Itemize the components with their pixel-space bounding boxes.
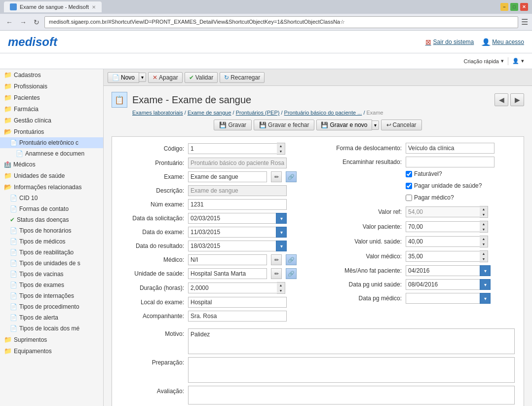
- valor-ref-input[interactable]: [406, 206, 480, 217]
- data-pg-medico-arrow-btn[interactable]: ▾: [480, 293, 491, 304]
- spin-down-btn[interactable]: ▼: [277, 149, 285, 154]
- data-pg-unid-input[interactable]: [406, 279, 480, 290]
- sidebar-item-suprimentos[interactable]: 📁 Suprimentos: [0, 334, 103, 345]
- sidebar-item-tipos-procedimentos[interactable]: 📄 Tipos de procedimento: [0, 301, 103, 312]
- sidebar-item-tipos-medicos[interactable]: 📄 Tipos de médicos: [0, 236, 103, 247]
- pagar-unidade-checkbox[interactable]: [406, 183, 412, 189]
- sidebar-item-tipos-unidades[interactable]: 📄 Tipos de unidades de s: [0, 258, 103, 269]
- unidade-saude-edit-btn[interactable]: ✏: [271, 268, 282, 279]
- sidebar-item-tipos-locais[interactable]: 📄 Tipos de locais dos mé: [0, 323, 103, 334]
- duracao-spin-down[interactable]: ▼: [277, 288, 285, 293]
- tab-close-btn[interactable]: ✕: [92, 4, 96, 10]
- profile-btn[interactable]: 👤 ▾: [512, 58, 524, 64]
- valor-unid-saude-spin-up[interactable]: ▲: [480, 236, 488, 242]
- data-solicitacao-cal-btn[interactable]: ▾: [276, 213, 287, 224]
- sidebar-item-informacoes[interactable]: 📂 Informações relacionadas: [0, 181, 103, 193]
- breadcrumb-exames[interactable]: Exames laboratoriais: [132, 110, 183, 116]
- sidebar-item-cadastros[interactable]: 📁 Cadastros: [0, 69, 103, 81]
- new-btn-arrow[interactable]: ▾: [139, 73, 146, 82]
- forward-btn[interactable]: →: [18, 17, 29, 27]
- prev-record-btn[interactable]: ◀: [494, 93, 508, 106]
- data-resultado-input[interactable]: [188, 241, 276, 251]
- data-resultado-cal-btn[interactable]: ▾: [276, 241, 287, 251]
- sidebar-item-tipos-exames[interactable]: 📄 Tipos de exames: [0, 280, 103, 290]
- new-btn[interactable]: 📄 Novo: [108, 72, 139, 83]
- valor-unid-saude-input[interactable]: [406, 236, 480, 247]
- unidade-saude-link-btn[interactable]: 🔗: [286, 268, 297, 279]
- medico-input[interactable]: [188, 254, 267, 265]
- sidebar-item-pacientes[interactable]: 📁 Pacientes: [0, 92, 103, 103]
- my-access-btn[interactable]: 👤 Meu acesso: [482, 38, 524, 46]
- sidebar-item-tipos-vacinas[interactable]: 📄 Tipos de vacinas: [0, 269, 103, 280]
- valor-medico-input[interactable]: [406, 251, 480, 262]
- duracao-spin-up[interactable]: ▲: [277, 283, 285, 288]
- next-record-btn[interactable]: ▶: [510, 93, 524, 106]
- sidebar-item-unidades[interactable]: 📁 Unidades de saúde: [0, 170, 103, 181]
- browser-tab[interactable]: Exame de sangue - Medisoft ✕: [4, 1, 102, 12]
- close-btn[interactable]: ✕: [520, 3, 528, 11]
- reload-btn[interactable]: ↻ Recarregar: [220, 72, 265, 83]
- reload-btn[interactable]: ↻: [32, 17, 41, 27]
- minimize-btn[interactable]: −: [500, 3, 508, 11]
- sidebar-item-tipos-alerta[interactable]: 📄 Tipos de alerta: [0, 312, 103, 323]
- sidebar-item-prontuarios[interactable]: 📂 Prontuários: [0, 126, 103, 137]
- mes-ano-fat-input[interactable]: [406, 265, 480, 276]
- data-exame-input[interactable]: [188, 227, 276, 238]
- unidade-saude-input[interactable]: [188, 268, 267, 279]
- avaliacao-textarea[interactable]: [188, 386, 515, 405]
- sidebar-item-tipos-reabilitacao[interactable]: 📄 Tipos de reabilitação: [0, 247, 103, 258]
- valor-paciente-spin-up[interactable]: ▲: [480, 221, 488, 227]
- valor-paciente-spin-down[interactable]: ▼: [480, 227, 488, 232]
- back-btn[interactable]: ←: [4, 17, 15, 27]
- pagar-medico-checkbox[interactable]: [406, 195, 412, 201]
- exame-link-btn[interactable]: 🔗: [286, 171, 297, 182]
- duracao-input[interactable]: [188, 283, 277, 293]
- sidebar-item-farmacia[interactable]: 📁 Farmácia: [0, 103, 103, 115]
- validate-btn[interactable]: ✔ Validar: [185, 72, 218, 83]
- valor-medico-spin-down[interactable]: ▼: [480, 256, 488, 262]
- faturavel-checkbox[interactable]: [406, 171, 412, 177]
- codigo-input[interactable]: [188, 143, 277, 154]
- local-exame-input[interactable]: [188, 297, 287, 308]
- exame-edit-btn[interactable]: ✏: [271, 171, 282, 182]
- gravar-novo-arrow[interactable]: ▾: [372, 121, 379, 130]
- cancelar-btn[interactable]: ↩ Cancelar: [381, 120, 422, 130]
- medico-link-btn[interactable]: 🔗: [286, 254, 297, 265]
- maximize-btn[interactable]: □: [510, 3, 518, 11]
- medico-edit-btn[interactable]: ✏: [271, 254, 282, 265]
- valor-ref-spin-down[interactable]: ▼: [480, 212, 488, 217]
- exame-input[interactable]: [188, 171, 267, 182]
- breadcrumb-pep[interactable]: Prontuários (PEP): [236, 110, 280, 116]
- sidebar-item-tipos-honorarios[interactable]: 📄 Tipos de honorários: [0, 225, 103, 236]
- spin-up-btn[interactable]: ▲: [277, 143, 285, 149]
- encaminhar-input[interactable]: [406, 157, 494, 167]
- num-exame-input[interactable]: [188, 199, 287, 210]
- motivo-textarea[interactable]: [188, 328, 515, 354]
- browser-menu-btn[interactable]: ☰: [521, 17, 528, 27]
- sidebar-item-status-doencas[interactable]: ✔ Status das doenças: [0, 214, 103, 225]
- sidebar-item-profissionais[interactable]: 📁 Profissionais: [0, 81, 103, 92]
- address-bar[interactable]: [44, 16, 518, 28]
- sidebar-item-equipamentos[interactable]: 📁 Equipamentos: [0, 345, 103, 357]
- quick-create-btn[interactable]: Criação rápida ▾: [463, 58, 504, 64]
- sidebar-item-tipos-internacoes[interactable]: 📄 Tipos de internações: [0, 290, 103, 301]
- data-exame-cal-btn[interactable]: ▾: [276, 227, 287, 238]
- breadcrumb-prontuario[interactable]: Prontuário básico do paciente ...: [284, 110, 362, 116]
- delete-btn[interactable]: ✕ Apagar: [148, 72, 183, 83]
- valor-medico-spin-up[interactable]: ▲: [480, 251, 488, 256]
- forma-deslocamento-input[interactable]: [406, 143, 494, 154]
- sidebar-item-gestao[interactable]: 📁 Gestão clínica: [0, 115, 103, 126]
- acompanhante-input[interactable]: [188, 311, 287, 322]
- gravar-fechar-btn[interactable]: 💾 Gravar e fechar: [254, 120, 314, 130]
- valor-ref-spin-up[interactable]: ▲: [480, 206, 488, 212]
- breadcrumb-exame-sangue[interactable]: Exame de sangue: [188, 110, 231, 116]
- mes-ano-fat-arrow-btn[interactable]: ▾: [480, 265, 491, 276]
- data-solicitacao-input[interactable]: [188, 213, 276, 224]
- data-pg-unid-arrow-btn[interactable]: ▾: [480, 279, 491, 290]
- preparacao-textarea[interactable]: [188, 357, 515, 383]
- valor-unid-saude-spin-down[interactable]: ▼: [480, 242, 488, 247]
- valor-paciente-input[interactable]: [406, 221, 480, 232]
- sidebar-item-formas-contato[interactable]: 📄 Formas de contato: [0, 203, 103, 214]
- sidebar-item-medicos[interactable]: 🏥 Médicos: [0, 159, 103, 170]
- gravar-btn[interactable]: 💾 Gravar: [214, 120, 252, 130]
